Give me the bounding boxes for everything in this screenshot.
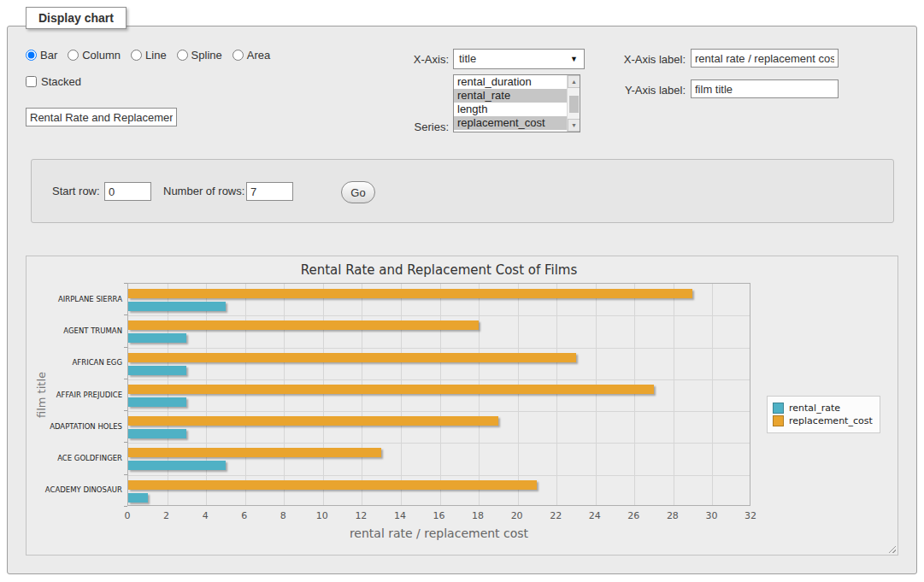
gridline	[128, 379, 750, 380]
y-axis-label-input[interactable]	[691, 79, 839, 98]
chart-type-radio-label: Bar	[40, 49, 57, 62]
start-row-label: Start row:	[52, 185, 100, 197]
gridline	[284, 284, 285, 505]
series-option-rental_rate[interactable]: rental_rate	[454, 89, 567, 103]
gridline	[712, 284, 713, 505]
bar-replacement_cost	[128, 353, 576, 362]
y-axis-label-field-label: Y-Axis label:	[609, 84, 686, 97]
plot-area	[127, 283, 750, 506]
y-tick	[124, 506, 127, 507]
x-tick-label: 30	[705, 510, 717, 521]
gridline	[556, 284, 557, 505]
chart-type-radio-group: BarColumnLineSplineArea	[26, 49, 280, 62]
x-tick-label: 6	[241, 510, 247, 521]
y-tick	[124, 410, 127, 411]
series-option-length[interactable]: length	[454, 103, 567, 116]
gridline	[674, 284, 674, 505]
series-option-rental_duration[interactable]: rental_duration	[454, 75, 567, 89]
series-listbox[interactable]: rental_durationrental_ratelengthreplacem…	[453, 74, 580, 132]
x-axis-label-input[interactable]	[691, 49, 839, 68]
x-tick-label: 20	[511, 510, 523, 521]
gridline	[206, 284, 207, 505]
y-tick	[124, 379, 127, 379]
bar-rental_rate	[128, 333, 186, 343]
start-row-input[interactable]	[104, 182, 151, 201]
caret-down-icon: ▼	[570, 50, 578, 68]
bar-rental_rate	[128, 397, 186, 407]
bar-replacement_cost	[128, 289, 692, 298]
x-tick-label: 24	[589, 510, 601, 521]
category-label: AFFAIR PREJUDICE	[56, 391, 122, 399]
chart-title: Rental Rate and Replacement Cost of Film…	[127, 262, 750, 278]
y-tick	[124, 474, 127, 475]
chart-type-radio-bar[interactable]	[26, 50, 37, 61]
y-tick	[124, 315, 127, 315]
x-tick-label: 8	[280, 510, 286, 521]
bar-replacement_cost	[128, 480, 537, 490]
resize-grip-icon[interactable]	[888, 545, 896, 553]
scroll-down-icon[interactable]: ▼	[568, 119, 580, 132]
bar-replacement_cost	[128, 385, 654, 394]
gridline	[634, 284, 635, 505]
bar-replacement_cost	[128, 448, 381, 457]
x-tick-label: 0	[125, 510, 131, 521]
x-axis-label-field-label: X-Axis label:	[609, 53, 686, 66]
chart-type-radio-area[interactable]	[232, 50, 244, 61]
chart-title-input[interactable]	[26, 108, 177, 126]
series-select-label: Series:	[376, 121, 449, 133]
legend-label-rental_rate: rental_rate	[789, 403, 840, 414]
category-label: ACE GOLDFINGER	[57, 454, 122, 462]
stacked-checkbox[interactable]	[26, 76, 37, 87]
gridline	[518, 284, 519, 505]
panel-legend: Display chart	[26, 7, 127, 29]
chart-legend: rental_ratereplacement_cost	[767, 396, 880, 433]
series-option-replacement_cost[interactable]: replacement_cost	[454, 116, 567, 130]
bar-rental_rate	[128, 493, 148, 503]
category-label: AGENT TRUMAN	[63, 326, 122, 335]
bar-rental_rate	[128, 302, 226, 311]
series-scrollbar[interactable]: ▲ ▼	[567, 75, 580, 132]
chart-type-radio-spline[interactable]	[177, 50, 188, 61]
stacked-label: Stacked	[41, 75, 81, 88]
category-label: ACADEMY DINOSAUR	[45, 485, 122, 494]
x-tick-label: 12	[355, 510, 367, 521]
number-of-rows-input[interactable]	[246, 182, 293, 201]
bar-replacement_cost	[128, 320, 479, 330]
x-axis-select[interactable]: title ▼	[453, 49, 585, 69]
category-label: AFRICAN EGG	[73, 358, 122, 367]
chart-type-radio-label: Spline	[191, 49, 222, 62]
chart-type-radio-column[interactable]	[68, 50, 79, 61]
x-tick-label: 10	[316, 510, 328, 521]
legend-swatch-replacement_cost	[773, 415, 784, 426]
x-tick-label: 2	[163, 510, 169, 521]
category-label: ADAPTATION HOLES	[50, 422, 122, 431]
x-tick-label: 14	[394, 510, 406, 521]
chart-container: Rental Rate and Replacement Cost of Film…	[26, 256, 898, 556]
x-axis-title: rental rate / replacement cost	[127, 526, 750, 540]
gridline	[362, 284, 362, 505]
x-tick-label: 28	[667, 510, 679, 521]
stacked-label-wrap: Stacked	[26, 75, 81, 88]
x-tick-label: 22	[550, 510, 562, 521]
chart-type-radio-label: Column	[82, 49, 121, 62]
gridline	[128, 475, 750, 476]
chart-type-option-area: Area	[232, 49, 270, 62]
go-button[interactable]: Go	[341, 181, 375, 203]
chart-type-option-column: Column	[68, 49, 121, 62]
chart-type-option-line: Line	[131, 49, 167, 62]
x-tick-label: 16	[433, 510, 445, 521]
legend-item-rental_rate: rental_rate	[773, 403, 873, 414]
gridline	[440, 284, 441, 505]
legend-swatch-rental_rate	[773, 403, 784, 414]
bar-rental_rate	[128, 429, 186, 438]
gridline	[323, 284, 324, 505]
series-options: rental_durationrental_ratelengthreplacem…	[454, 75, 567, 130]
legend-item-replacement_cost: replacement_cost	[773, 415, 873, 426]
gridline	[168, 284, 168, 505]
scroll-up-icon[interactable]: ▲	[568, 75, 580, 88]
row-range-panel: Start row: Number of rows: Go	[31, 159, 894, 223]
scrollbar-thumb[interactable]	[569, 96, 579, 113]
y-tick	[124, 442, 127, 443]
chart-type-radio-line[interactable]	[131, 50, 142, 61]
x-tick-label: 18	[472, 510, 484, 521]
